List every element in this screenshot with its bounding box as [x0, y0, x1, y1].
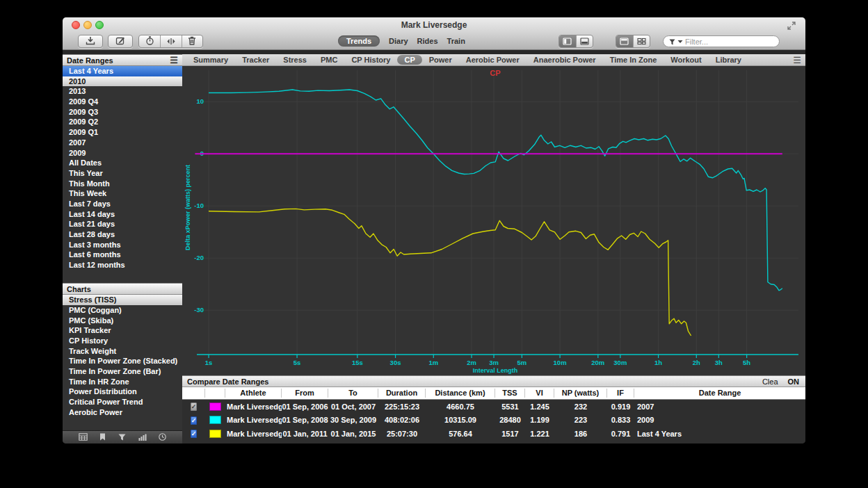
checkbox-cell: ✓ — [182, 402, 205, 411]
date-range-item[interactable]: All Dates — [63, 158, 182, 168]
chart-icon[interactable] — [138, 431, 147, 444]
column-header: Duration — [378, 389, 426, 398]
perspective-diary[interactable]: Diary — [389, 35, 408, 47]
date-ranges-header: Date Ranges ☰ — [63, 54, 182, 66]
date-range-item[interactable]: Last 4 Years — [63, 66, 182, 76]
tab-stress[interactable]: Stress — [276, 55, 314, 65]
compare-row[interactable]: ✓Mark Liversedge01 Sep, 200830 Sep, 2009… — [182, 414, 805, 428]
chart-item[interactable]: Aerobic Power — [63, 407, 182, 418]
row-checkbox[interactable]: ✓ — [191, 430, 198, 438]
chart-item[interactable]: Time In HR Zone — [63, 377, 182, 387]
ride-tools-group — [138, 35, 203, 48]
cell-to: 01 Oct, 2007 — [328, 402, 378, 411]
x-axis-label: Interval Length — [473, 367, 518, 374]
stopwatch-icon — [145, 35, 154, 48]
filter-field[interactable] — [663, 35, 780, 47]
charts-title: Charts — [67, 285, 91, 293]
compare-row[interactable]: ✓Mark Liversedge01 Sep, 200601 Oct, 2007… — [182, 400, 805, 414]
stopwatch-button[interactable] — [139, 35, 160, 47]
checkbox-cell: ✓ — [182, 429, 205, 438]
titlebar[interactable]: Mark Liversedge — [63, 17, 805, 33]
delete-button[interactable] — [182, 35, 202, 47]
tab-time-in-zone[interactable]: Time In Zone — [603, 55, 664, 65]
date-range-item[interactable]: Last 3 months — [63, 240, 182, 250]
column-header: Distance (km) — [426, 389, 495, 398]
funnel-dropdown-icon[interactable] — [677, 35, 683, 48]
cell-athlete: Mark Liversedge — [225, 402, 282, 411]
cp-chart[interactable]: CP100-10-20-30Delta xPower (watts) perce… — [182, 66, 805, 375]
chart-item[interactable]: Time In Power Zone (Bar) — [63, 366, 182, 377]
date-range-item[interactable]: Last 21 days — [63, 219, 182, 229]
svg-text:2h: 2h — [693, 359, 700, 366]
svg-text:5m: 5m — [517, 359, 527, 366]
tiled-view-button[interactable] — [633, 35, 650, 47]
trash-icon — [188, 35, 196, 48]
date-range-item[interactable]: Last 6 months — [63, 250, 182, 260]
date-range-item[interactable]: 2009 Q1 — [63, 127, 182, 138]
compare-table-header: AthleteFromToDurationDistance (km)TSSVIN… — [182, 387, 805, 400]
perspective-trends[interactable]: Trends — [338, 35, 380, 47]
tab-summary[interactable]: Summary — [186, 55, 235, 65]
table-icon[interactable] — [79, 431, 88, 444]
tab-cp[interactable]: CP — [397, 55, 421, 65]
chart-item[interactable]: Stress (TISS) — [63, 295, 182, 305]
date-range-item[interactable]: Last 12 months — [63, 260, 182, 270]
perspective-train[interactable]: Train — [447, 35, 465, 47]
row-checkbox[interactable]: ✓ — [191, 416, 198, 425]
tab-workout[interactable]: Workout — [664, 55, 708, 65]
compare-row[interactable]: ✓Mark Liversedge01 Jan, 201101 Jan, 2015… — [182, 427, 805, 441]
svg-text:15s: 15s — [352, 359, 363, 366]
tab-power[interactable]: Power — [422, 55, 459, 65]
tab-aerobic-power[interactable]: Aerobic Power — [459, 55, 527, 65]
split-activity-button[interactable] — [160, 35, 181, 47]
svg-text:-20: -20 — [194, 254, 204, 261]
chart-item[interactable]: Power Distribution — [63, 387, 182, 397]
tab-tracker[interactable]: Tracker — [235, 55, 276, 65]
tabbar-menu-icon[interactable]: ☰ — [793, 56, 801, 65]
date-range-item[interactable]: This Year — [63, 168, 182, 179]
single-view-button[interactable] — [616, 35, 633, 47]
date-range-item[interactable]: Last 14 days — [63, 209, 182, 220]
cell-tss: 1517 — [495, 430, 525, 438]
date-range-item[interactable]: 2013 — [63, 86, 182, 97]
download-button[interactable] — [78, 35, 103, 48]
date-range-item[interactable]: 2009 — [63, 148, 182, 158]
chart-item[interactable]: PMC (Coggan) — [63, 305, 182, 316]
filter-input[interactable] — [685, 38, 773, 46]
date-range-item[interactable]: Last 7 days — [63, 199, 182, 209]
chart-item[interactable]: CP History — [63, 336, 182, 346]
fullscreen-icon[interactable] — [787, 20, 796, 33]
clock-icon[interactable] — [159, 431, 166, 444]
date-range-item[interactable]: 2009 Q2 — [63, 117, 182, 127]
date-range-item[interactable]: This Month — [63, 179, 182, 189]
chart-item[interactable]: PMC (Skiba) — [63, 316, 182, 326]
edit-button[interactable] — [108, 35, 133, 48]
row-checkbox[interactable]: ✓ — [191, 402, 198, 411]
chart-item[interactable]: Time In Power Zone (Stacked) — [63, 356, 182, 366]
date-range-item[interactable]: 2007 — [63, 138, 182, 148]
chart-item[interactable]: Critical Power Trend — [63, 397, 182, 407]
tab-anaerobic-power[interactable]: Anaerobic Power — [527, 55, 603, 65]
compare-title: Compare Date Ranges — [187, 377, 268, 386]
series-color-swatch — [209, 416, 221, 424]
svg-text:3m: 3m — [489, 359, 499, 366]
filter-icon[interactable] — [118, 431, 126, 444]
clear-button[interactable]: Clea — [762, 377, 778, 386]
chart-item[interactable]: Track Weight — [63, 346, 182, 357]
toggle-lowbar-button[interactable] — [576, 35, 593, 47]
compare-on-toggle[interactable]: ON — [788, 377, 800, 386]
date-range-item[interactable]: 2009 Q3 — [63, 107, 182, 117]
chart-item[interactable]: KPI Tracker — [63, 325, 182, 336]
tab-library[interactable]: Library — [709, 55, 748, 65]
date-range-item[interactable]: 2009 Q4 — [63, 97, 182, 107]
date-range-item[interactable]: Last 28 days — [63, 229, 182, 240]
perspective-rides[interactable]: Rides — [417, 35, 438, 47]
date-ranges-menu-icon[interactable]: ☰ — [170, 56, 178, 65]
tab-pmc[interactable]: PMC — [314, 55, 344, 65]
bookmark-icon[interactable] — [99, 431, 106, 444]
date-range-item[interactable]: 2010 — [63, 76, 182, 87]
toggle-sidebar-button[interactable] — [559, 35, 576, 47]
date-range-item[interactable]: This Week — [63, 188, 182, 199]
svg-text:5s: 5s — [294, 359, 301, 366]
tab-cp-history[interactable]: CP History — [344, 55, 397, 65]
